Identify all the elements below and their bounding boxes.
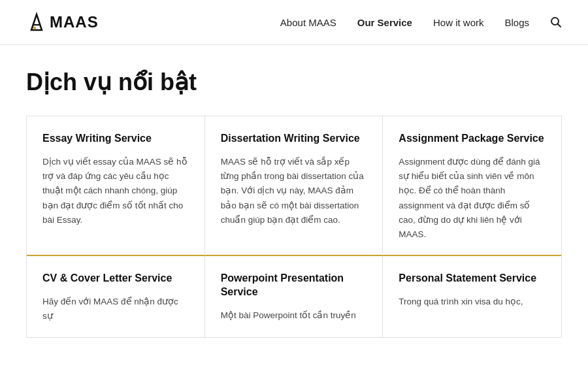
- service-card-dissertation: Dissertation Writing Service MAAS sẽ hỗ …: [205, 116, 384, 256]
- service-card-assignment: Assignment Package Service Assignment đư…: [383, 116, 561, 256]
- service-title-powerpoint: Powerpoint Presentation Service: [221, 272, 367, 299]
- logo-icon: [26, 12, 47, 33]
- service-card-essay: Essay Writing Service Dịch vụ viết essay…: [27, 116, 205, 256]
- service-title-cv: CV & Cover Letter Service: [42, 272, 189, 286]
- search-icon[interactable]: [550, 16, 562, 28]
- service-desc-dissertation: MAAS sẽ hỗ trợ viết và sắp xếp từng phần…: [221, 155, 367, 227]
- nav-about-maas[interactable]: About MAAS: [280, 17, 336, 28]
- svg-line-4: [558, 24, 561, 27]
- service-grid: Essay Writing Service Dịch vụ viết essay…: [26, 116, 562, 338]
- service-desc-cv: Hãy đến với MAAS để nhận được sự: [42, 295, 189, 324]
- logo-text: MAAS: [50, 13, 99, 31]
- service-desc-powerpoint: Một bài Powerpoint tốt cần truyền: [221, 308, 367, 323]
- nav-blogs[interactable]: Blogs: [504, 17, 529, 28]
- nav-how-it-work[interactable]: How it work: [433, 17, 484, 28]
- service-desc-essay: Dịch vụ viết essay của MAAS sẽ hỗ trợ và…: [42, 155, 189, 227]
- svg-point-2: [33, 27, 36, 29]
- main-content: Dịch vụ nổi bật Essay Writing Service Dị…: [0, 45, 588, 351]
- nav-our-service[interactable]: Our Service: [357, 17, 412, 28]
- service-title-essay: Essay Writing Service: [42, 132, 189, 146]
- service-card-personal-statement: Personal Statement Service Trong quá trì…: [383, 256, 561, 336]
- service-card-powerpoint: Powerpoint Presentation Service Một bài …: [205, 256, 384, 336]
- service-desc-assignment: Assignment được dùng để đánh giá sự hiểu…: [399, 155, 546, 242]
- service-title-assignment: Assignment Package Service: [399, 132, 546, 146]
- logo[interactable]: MAAS: [26, 12, 99, 33]
- service-card-cv: CV & Cover Letter Service Hãy đến với MA…: [27, 256, 205, 336]
- service-title-dissertation: Dissertation Writing Service: [221, 132, 367, 146]
- service-title-personal-statement: Personal Statement Service: [399, 272, 546, 286]
- main-nav: About MAAS Our Service How it work Blogs: [280, 16, 562, 28]
- site-header: MAAS About MAAS Our Service How it work …: [0, 0, 588, 45]
- svg-marker-0: [31, 14, 42, 30]
- page-title: Dịch vụ nổi bật: [26, 69, 562, 96]
- service-desc-personal-statement: Trong quá trình xin visa du học,: [399, 295, 546, 309]
